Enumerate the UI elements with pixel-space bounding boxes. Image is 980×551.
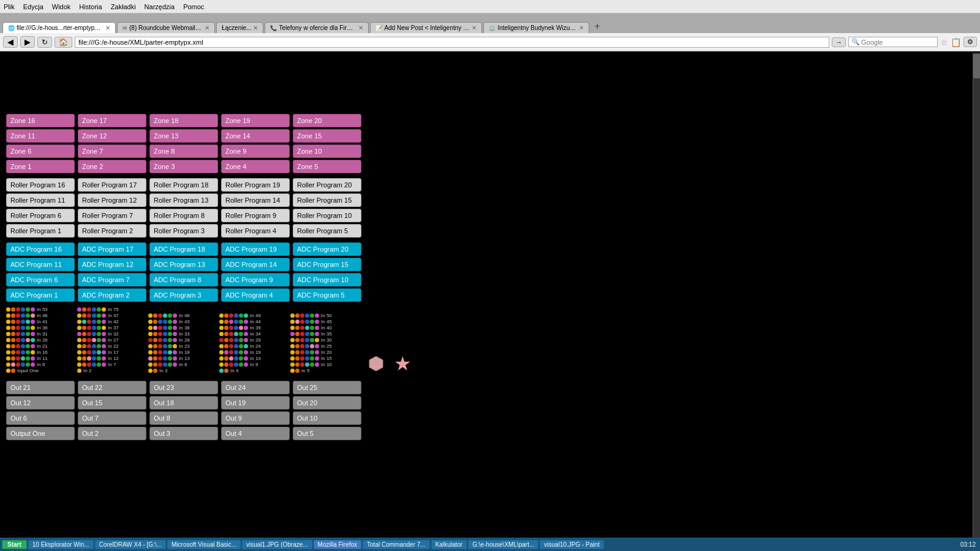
adc-15[interactable]: ADC Program 15 <box>293 258 361 271</box>
taskbar-app-totalcmd[interactable]: Total Commander 7... <box>363 540 430 549</box>
roller-17[interactable]: Roller Program 17 <box>78 178 146 192</box>
roller-19[interactable]: Roller Program 19 <box>221 178 290 192</box>
taskbar-app-visual10[interactable]: visual10.JPG - Paint <box>540 540 604 549</box>
roller-11[interactable]: Roller Program 11 <box>6 193 75 207</box>
zone-18-btn[interactable]: Zone 18 <box>149 114 218 127</box>
roller-9[interactable]: Roller Program 9 <box>221 209 290 222</box>
zone-5-btn[interactable]: Zone 5 <box>293 160 361 173</box>
menu-zakladki[interactable]: Zakładki <box>111 3 136 10</box>
out-22[interactable]: Out 22 <box>78 381 146 394</box>
tab-2-close[interactable]: ✕ <box>253 24 258 31</box>
roller-16[interactable]: Roller Program 16 <box>6 178 75 192</box>
menu-narzedzia[interactable]: Narzędzia <box>145 3 175 10</box>
roller-3[interactable]: Roller Program 3 <box>149 224 218 238</box>
tab-1-close[interactable]: ✕ <box>205 24 209 31</box>
tab-5-close[interactable]: ✕ <box>579 24 584 31</box>
adc-9[interactable]: ADC Program 9 <box>221 273 290 287</box>
zone-10-btn[interactable]: Zone 10 <box>293 144 361 158</box>
adc-17[interactable]: ADC Program 17 <box>78 242 146 256</box>
roller-10[interactable]: Roller Program 10 <box>293 209 361 222</box>
out-10[interactable]: Out 10 <box>293 411 361 425</box>
zone-17-btn[interactable]: Zone 17 <box>78 114 146 127</box>
out-8[interactable]: Out 8 <box>149 411 218 425</box>
roller-14[interactable]: Roller Program 14 <box>221 193 290 207</box>
tab-0-close[interactable]: ✕ <box>105 24 110 31</box>
tab-2[interactable]: Łączenie... ✕ <box>216 22 263 33</box>
zone-6-btn[interactable]: Zone 6 <box>6 144 75 158</box>
roller-6[interactable]: Roller Program 6 <box>6 209 75 222</box>
zone-9-btn[interactable]: Zone 9 <box>221 144 290 158</box>
back-button[interactable]: ◀ <box>3 36 18 48</box>
out-21[interactable]: Out 21 <box>6 381 75 394</box>
bookmark-star[interactable]: ☆ <box>940 37 948 47</box>
taskbar-app-explorer[interactable]: 10 Eksplorator Win... <box>28 540 94 549</box>
zone-14-btn[interactable]: Zone 14 <box>221 129 290 143</box>
menu-widok[interactable]: Widok <box>52 3 71 10</box>
adc-11[interactable]: ADC Program 11 <box>6 258 75 271</box>
zone-1-btn[interactable]: Zone 1 <box>6 160 75 173</box>
taskbar-app-kalkulator[interactable]: Kalkulator <box>431 540 467 549</box>
menu-historia[interactable]: Historia <box>79 3 102 10</box>
reload-button[interactable]: ↻ <box>37 37 52 48</box>
taskbar-app-coreldraw[interactable]: CorelDRAW X4 - [G:\... <box>95 540 166 549</box>
adc-8[interactable]: ADC Program 8 <box>149 273 218 287</box>
out-2[interactable]: Out 2 <box>78 427 146 440</box>
adc-5[interactable]: ADC Program 5 <box>293 288 361 302</box>
roller-5[interactable]: Roller Program 5 <box>293 224 361 238</box>
bookmark-list[interactable]: 📋 <box>951 37 961 47</box>
out-18[interactable]: Out 18 <box>149 396 218 410</box>
tab-5[interactable]: 🏢 Inteligentny Budynek Wizualiz... ✕ <box>483 22 589 33</box>
out-23[interactable]: Out 23 <box>149 381 218 394</box>
adc-3[interactable]: ADC Program 3 <box>149 288 218 302</box>
tab-4-close[interactable]: ✕ <box>472 24 477 31</box>
out-7[interactable]: Out 7 <box>78 411 146 425</box>
out-9[interactable]: Out 9 <box>221 411 290 425</box>
taskbar-app-visual1[interactable]: visual1.JPG (Obraze... <box>242 540 312 549</box>
menu-pomoc[interactable]: Pomoc <box>183 3 204 10</box>
adc-4[interactable]: ADC Program 4 <box>221 288 290 302</box>
out-12[interactable]: Out 12 <box>6 396 75 410</box>
out-6[interactable]: Out 6 <box>6 411 75 425</box>
zone-20-btn[interactable]: Zone 20 <box>293 114 361 127</box>
out-5[interactable]: Out 5 <box>293 427 361 440</box>
roller-8[interactable]: Roller Program 8 <box>149 209 218 222</box>
forward-button[interactable]: ▶ <box>20 36 35 48</box>
zone-8-btn[interactable]: Zone 8 <box>149 144 218 158</box>
taskbar-app-ehouse[interactable]: G:\e-house\XML\part... <box>468 540 538 549</box>
roller-15[interactable]: Roller Program 15 <box>293 193 361 207</box>
address-bar-input[interactable] <box>75 37 829 48</box>
zone-19-btn[interactable]: Zone 19 <box>221 114 290 127</box>
menu-plik[interactable]: Plik <box>4 3 15 10</box>
adc-14[interactable]: ADC Program 14 <box>221 258 290 271</box>
out-19[interactable]: Out 19 <box>221 396 290 410</box>
tab-4[interactable]: 📝 Add New Post < Inteligentny Dom,... ✕ <box>370 22 482 33</box>
out-20[interactable]: Out 20 <box>293 396 361 410</box>
roller-20[interactable]: Roller Program 20 <box>293 178 361 192</box>
output-one[interactable]: Output One <box>6 427 75 440</box>
tab-1[interactable]: ✉ (8) Roundcube Webmail :: Od... ✕ <box>117 22 215 33</box>
tab-3[interactable]: 📞 Telefony w ofercie dla Firm | ... ✕ <box>265 22 369 33</box>
roller-2[interactable]: Roller Program 2 <box>78 224 146 238</box>
zone-3-btn[interactable]: Zone 3 <box>149 160 218 173</box>
out-15[interactable]: Out 15 <box>78 396 146 410</box>
tab-0[interactable]: 🌐 file:///G:/e-hous...rter-emptypx.xml ✕ <box>2 22 116 33</box>
out-3[interactable]: Out 3 <box>149 427 218 440</box>
zone-16-btn[interactable]: Zone 16 <box>6 114 75 127</box>
adc-1[interactable]: ADC Program 1 <box>6 288 75 302</box>
new-tab-button[interactable]: + <box>590 21 603 32</box>
adc-13[interactable]: ADC Program 13 <box>149 258 218 271</box>
adc-10[interactable]: ADC Program 10 <box>293 273 361 287</box>
adc-18[interactable]: ADC Program 18 <box>149 242 218 256</box>
zone-11-btn[interactable]: Zone 11 <box>6 129 75 143</box>
search-input[interactable] <box>861 39 935 46</box>
taskbar-app-firefox[interactable]: Mozilla Firefox <box>314 540 361 549</box>
home-button[interactable]: 🏠 <box>55 37 72 48</box>
roller-7[interactable]: Roller Program 7 <box>78 209 146 222</box>
roller-18[interactable]: Roller Program 18 <box>149 178 218 192</box>
adc-12[interactable]: ADC Program 12 <box>78 258 146 271</box>
settings-button[interactable]: ⚙ <box>963 37 977 47</box>
out-24[interactable]: Out 24 <box>221 381 290 394</box>
zone-2-btn[interactable]: Zone 2 <box>78 160 146 173</box>
adc-16[interactable]: ADC Program 16 <box>6 242 75 256</box>
menu-edycja[interactable]: Edycja <box>23 3 43 10</box>
